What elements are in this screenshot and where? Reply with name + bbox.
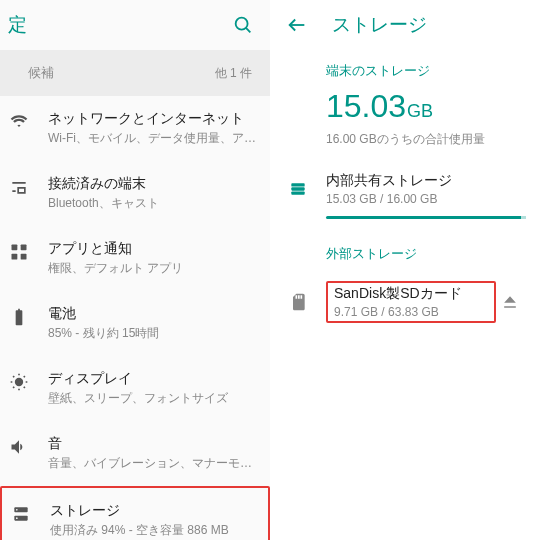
settings-item-display[interactable]: ディスプレイ 壁紙、スリープ、フォントサイズ — [0, 356, 270, 421]
settings-item-battery[interactable]: 電池 85% - 残り約 15時間 — [0, 291, 270, 356]
settings-item-storage[interactable]: ストレージ 使用済み 94% - 空き容量 886 MB — [0, 486, 270, 540]
devices-icon — [8, 175, 30, 197]
svg-rect-3 — [21, 245, 27, 251]
item-sub: 85% - 残り約 15時間 — [48, 325, 258, 342]
settings-panel: 定 候補 他 1 件 ネットワークとインターネット Wi-Fi、モバイル、データ… — [0, 0, 270, 540]
svg-point-6 — [15, 378, 23, 386]
settings-item-connected[interactable]: 接続済みの端末 Bluetooth、キャスト — [0, 161, 270, 226]
internal-progress — [326, 216, 524, 219]
svg-rect-5 — [21, 254, 27, 260]
eject-icon[interactable] — [496, 292, 524, 312]
battery-icon — [8, 305, 30, 327]
settings-item-apps[interactable]: アプリと通知 権限、デフォルト アプリ — [0, 226, 270, 291]
device-storage-label: 端末のストレージ — [270, 50, 540, 88]
item-label: 電池 — [48, 305, 258, 323]
right-header: ストレージ — [270, 0, 540, 50]
left-header: 定 — [0, 0, 270, 50]
item-label: 接続済みの端末 — [48, 175, 258, 193]
search-icon[interactable] — [232, 14, 254, 36]
item-sub: 音量、バイブレーション、マナーモード — [48, 455, 258, 472]
item-label: アプリと通知 — [48, 240, 258, 258]
internal-storage-icon — [270, 179, 326, 199]
wifi-icon — [8, 110, 30, 132]
item-sub: 壁紙、スリープ、フォントサイズ — [48, 390, 258, 407]
svg-line-1 — [246, 28, 250, 32]
apps-icon — [8, 240, 30, 262]
suggestion-count: 他 1 件 — [215, 65, 252, 82]
internal-storage-row[interactable]: 内部共有ストレージ 15.03 GB / 16.00 GB — [270, 162, 540, 210]
svg-rect-12 — [291, 183, 304, 186]
back-arrow-icon[interactable] — [286, 14, 308, 36]
item-sub: 権限、デフォルト アプリ — [48, 260, 258, 277]
svg-point-10 — [16, 517, 18, 519]
svg-rect-14 — [291, 192, 304, 195]
settings-item-network[interactable]: ネットワークとインターネット Wi-Fi、モバイル、データ使用量、アクセス ポイ… — [0, 96, 270, 161]
storage-panel: ストレージ 端末のストレージ 15.03GB 16.00 GBのうちの合計使用量… — [270, 0, 540, 540]
internal-sub: 15.03 GB / 16.00 GB — [326, 192, 524, 206]
storage-title: ストレージ — [332, 12, 427, 38]
sdcard-title: SanDisk製SDカード — [334, 285, 488, 303]
sdcard-icon — [270, 292, 326, 312]
svg-rect-2 — [12, 245, 18, 251]
external-storage-label: 外部ストレージ — [270, 233, 540, 271]
item-sub: 使用済み 94% - 空き容量 886 MB — [50, 522, 256, 539]
display-icon — [8, 370, 30, 392]
settings-item-sound[interactable]: 音 音量、バイブレーション、マナーモード — [0, 421, 270, 486]
sound-icon — [8, 435, 30, 457]
item-sub: Wi-Fi、モバイル、データ使用量、アクセス ポイ… — [48, 130, 258, 147]
item-label: ストレージ — [50, 502, 256, 520]
sdcard-sub: 9.71 GB / 63.83 GB — [334, 305, 488, 319]
internal-title: 内部共有ストレージ — [326, 172, 524, 190]
svg-rect-4 — [12, 254, 18, 260]
suggestion-label: 候補 — [28, 64, 54, 82]
item-label: ディスプレイ — [48, 370, 258, 388]
svg-rect-13 — [291, 187, 304, 190]
used-storage-value: 15.03GB — [270, 88, 540, 125]
total-usage-line: 16.00 GBのうちの合計使用量 — [270, 125, 540, 162]
sdcard-row[interactable]: SanDisk製SDカード 9.71 GB / 63.83 GB — [270, 271, 540, 327]
settings-title: 定 — [8, 12, 27, 38]
item-sub: Bluetooth、キャスト — [48, 195, 258, 212]
svg-point-9 — [16, 509, 18, 511]
storage-icon — [10, 502, 32, 524]
svg-point-0 — [236, 18, 248, 30]
item-label: 音 — [48, 435, 258, 453]
suggestion-bar[interactable]: 候補 他 1 件 — [0, 50, 270, 96]
item-label: ネットワークとインターネット — [48, 110, 258, 128]
